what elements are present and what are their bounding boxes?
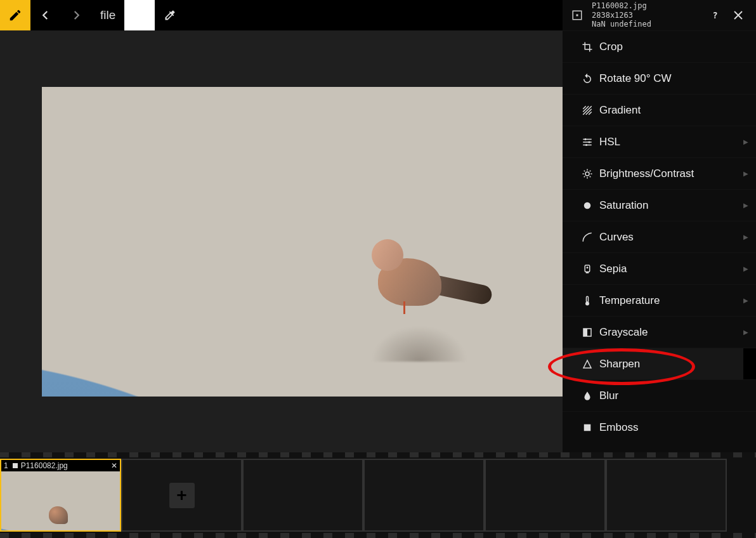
panel-item-curves[interactable]: Curves▶: [563, 221, 756, 253]
panel-item-label: Gradient: [599, 104, 641, 117]
drop-icon: [582, 390, 593, 402]
meta-dimensions: 2838x1263: [592, 11, 704, 20]
svg-point-4: [589, 141, 590, 143]
panel-item-label: HSL: [599, 136, 620, 148]
eyedropper-icon: [164, 9, 176, 22]
nav-back-button[interactable]: [30, 0, 61, 30]
pencil-icon: [8, 8, 22, 22]
svg-rect-11: [587, 296, 589, 302]
svg-point-5: [585, 144, 587, 146]
square-icon: [582, 422, 593, 433]
thumb-filename: P1160082.jpg: [18, 461, 111, 470]
thumbnail-1[interactable]: 1 P1160082.jpg ✕: [0, 459, 121, 532]
panel-item-label: Blur: [599, 390, 618, 402]
panel-item-label: Grayscale: [599, 326, 648, 339]
panel-item-sepia[interactable]: Sepia▶: [563, 253, 756, 284]
panel-item-blur[interactable]: Blur: [563, 379, 756, 411]
panel-item-label: Saturation: [599, 199, 649, 212]
fit-screen-button[interactable]: [569, 10, 585, 21]
panel-item-hsl[interactable]: HSL▶: [563, 126, 756, 157]
panel-item-label: Rotate 90° CW: [599, 72, 672, 85]
sepia-icon: [582, 263, 593, 275]
svg-point-9: [587, 266, 589, 268]
triangle-icon: [582, 358, 593, 370]
sun-icon: [582, 168, 593, 180]
add-image-button[interactable]: +: [169, 483, 195, 508]
meta-filename: P1160082.jpg: [592, 1, 704, 10]
sprocket-decoration: [0, 452, 756, 457]
sprocket-decoration: [0, 533, 756, 538]
svg-rect-10: [586, 272, 589, 273]
sliders-icon: [582, 136, 593, 148]
gradient-icon: [582, 105, 593, 116]
meta-status: NaN undefined: [592, 20, 704, 29]
halfsq-icon: [582, 327, 593, 338]
color-picker-button[interactable]: [155, 0, 185, 30]
svg-point-7: [584, 202, 591, 209]
panel-item-label: Curves: [599, 231, 634, 244]
stop-icon: [12, 463, 18, 469]
chevron-right-icon: [70, 10, 82, 21]
panel-item-gradient[interactable]: Gradient: [563, 94, 756, 126]
circle-icon: [582, 200, 593, 211]
close-panel-button[interactable]: [727, 10, 750, 21]
chevron-right-icon: ▶: [743, 329, 748, 336]
file-meta: P1160082.jpg 2838x1263 NaN undefined: [585, 1, 704, 29]
panel-header: P1160082.jpg 2838x1263 NaN undefined ?: [563, 0, 756, 30]
empty-thumbnail-slot: [363, 459, 485, 532]
panel-item-label: Sepia: [599, 263, 627, 275]
crop-icon: [582, 41, 593, 53]
chevron-right-icon: ▶: [743, 297, 748, 304]
svg-text:?: ?: [713, 10, 718, 20]
rotate-icon: [582, 73, 593, 84]
thermo-icon: [582, 295, 593, 306]
close-icon: [733, 10, 744, 21]
panel-item-label: Crop: [599, 41, 623, 53]
empty-thumbnail-slot: [485, 459, 606, 532]
chevron-left-icon: [40, 10, 51, 21]
panel-item-label: Emboss: [599, 421, 638, 434]
panel-item-label: Temperature: [599, 294, 660, 307]
panel-item-grayscale[interactable]: Grayscale▶: [563, 316, 756, 348]
panel-item-temperature[interactable]: Temperature▶: [563, 284, 756, 316]
panel-item-emboss[interactable]: Emboss: [563, 411, 756, 443]
file-menu-button[interactable]: file: [91, 0, 124, 30]
svg-point-12: [585, 301, 589, 305]
fit-icon: [571, 10, 583, 21]
chevron-right-icon: ▶: [743, 233, 748, 240]
svg-point-6: [585, 172, 589, 176]
help-icon: ?: [710, 10, 721, 21]
thumb-index: 1: [4, 461, 8, 470]
svg-rect-15: [13, 463, 18, 468]
nav-forward-button[interactable]: [61, 0, 91, 30]
panel-item-label: Brightness/Contrast: [599, 167, 694, 180]
adjustments-panel: P1160082.jpg 2838x1263 NaN undefined ? C…: [563, 0, 756, 452]
chevron-right-icon: ▶: [743, 202, 748, 209]
thumb-image: [1, 471, 120, 530]
svg-rect-14: [584, 424, 591, 431]
curve-icon: [582, 232, 593, 243]
filmstrip: 1 P1160082.jpg ✕ +: [0, 452, 756, 538]
blank-tool-button[interactable]: [124, 0, 155, 30]
chevron-right-icon: ▶: [743, 265, 748, 272]
panel-item-label: Sharpen: [599, 358, 640, 371]
add-thumbnail-slot: +: [121, 459, 242, 532]
edit-tool-button[interactable]: [0, 0, 30, 30]
chevron-right-icon: ▶: [743, 138, 748, 145]
empty-thumbnail-slot: [606, 459, 727, 532]
svg-point-3: [585, 138, 587, 140]
thumb-close-button[interactable]: ✕: [111, 461, 117, 470]
panel-item-crop[interactable]: Crop: [563, 30, 756, 62]
svg-rect-1: [577, 15, 578, 16]
panel-item-brightness[interactable]: Brightness/Contrast▶: [563, 157, 756, 189]
panel-item-rotate[interactable]: Rotate 90° CW: [563, 62, 756, 94]
panel-item-saturation[interactable]: Saturation▶: [563, 189, 756, 221]
help-button[interactable]: ?: [704, 10, 727, 21]
empty-thumbnail-slot: [242, 459, 363, 532]
panel-item-sharpen[interactable]: Sharpen: [563, 348, 756, 379]
chevron-right-icon: ▶: [743, 170, 748, 177]
